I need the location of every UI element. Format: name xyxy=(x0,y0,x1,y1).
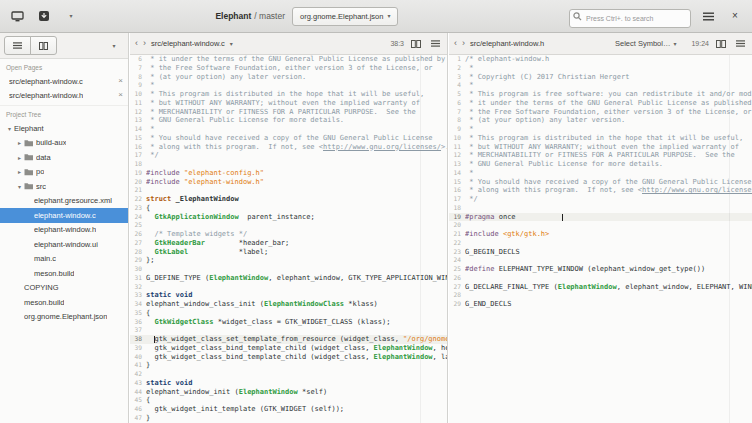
code-line[interactable]: 46 gtk_widget_init_template (GTK_WIDGET … xyxy=(130,405,447,414)
tree-item[interactable]: main.c xyxy=(0,252,128,267)
code-line[interactable]: 17 */ xyxy=(449,195,752,204)
code-line[interactable]: 20 xyxy=(449,221,752,230)
document-title[interactable]: src/elephant-window.h xyxy=(470,39,544,48)
code-line[interactable]: 13 * GNU General Public License for more… xyxy=(449,160,752,169)
code-line[interactable]: 26 xyxy=(449,274,752,283)
code-line[interactable]: 15 * You should have received a copy of … xyxy=(449,178,752,187)
code-line[interactable]: 10 * This program is distributed in the … xyxy=(130,90,447,99)
forward-icon[interactable]: › xyxy=(143,39,146,48)
caret-down-icon[interactable]: ▾ xyxy=(5,125,14,132)
code-line[interactable]: 15 * You should have received a copy of … xyxy=(130,134,447,143)
code-line[interactable]: 36 GtkWidgetClass *widget_class = GTK_WI… xyxy=(130,318,447,327)
code-line[interactable]: 29G_END_DECLS xyxy=(449,300,752,309)
code-line[interactable]: 23{ xyxy=(130,204,447,213)
code-line[interactable]: 12 * MERCHANTABILITY or FITNESS FOR A PA… xyxy=(449,151,752,160)
back-icon[interactable]: ‹ xyxy=(135,39,138,48)
code-line[interactable]: 40 gtk_widget_class_bind_template_child … xyxy=(130,353,447,362)
open-page-item[interactable]: src/elephant-window.c× xyxy=(0,74,128,88)
document-title[interactable]: src/elephant-window.c xyxy=(151,39,225,48)
code-line[interactable]: 34elephant_window_class_init (ElephantWi… xyxy=(130,300,447,309)
split-view-button[interactable] xyxy=(409,37,423,51)
code-line[interactable]: 19#pragma once xyxy=(449,213,752,222)
code-line[interactable]: 5 * This program is free software: you c… xyxy=(449,90,752,99)
code-line[interactable]: 41} xyxy=(130,361,447,370)
caret-right-icon[interactable]: ▸ xyxy=(15,139,24,146)
panel-layout-button[interactable] xyxy=(30,36,57,55)
code-line[interactable]: 47} xyxy=(130,414,447,423)
code-line[interactable]: 38 gtk_widget_class_set_template_from_re… xyxy=(130,335,447,344)
caret-down-icon[interactable]: ▾ xyxy=(15,183,24,190)
code-line[interactable]: 31G_DEFINE_TYPE (ElephantWindow, elephan… xyxy=(130,274,447,283)
code-line[interactable]: 23G_BEGIN_DECLS xyxy=(449,248,752,257)
code-line[interactable]: 30 xyxy=(130,265,447,274)
code-line[interactable]: 6 * it under the terms of the GNU Genera… xyxy=(130,55,447,64)
tree-item[interactable]: ▸build-aux xyxy=(0,136,128,151)
tree-item[interactable]: ▾src xyxy=(0,179,128,194)
code-line[interactable]: 28 xyxy=(449,291,752,300)
editor-menu-button[interactable] xyxy=(733,37,747,51)
code-line[interactable]: 2 * xyxy=(449,64,752,73)
code-line[interactable]: 18 xyxy=(130,160,447,169)
code-line[interactable]: 28 GtkLabel *label; xyxy=(130,248,447,257)
code-line[interactable]: 21#include <gtk/gtk.h> xyxy=(449,230,752,239)
code-line[interactable]: 44elephant_window_init (ElephantWindow *… xyxy=(130,388,447,397)
close-page-icon[interactable]: × xyxy=(118,77,123,85)
tree-item[interactable]: ▸data xyxy=(0,150,128,165)
code-line[interactable]: 25 xyxy=(130,221,447,230)
build-button[interactable] xyxy=(34,6,54,26)
code-line[interactable]: 11 * but WITHOUT ANY WARRANTY; without e… xyxy=(449,143,752,152)
close-page-icon[interactable]: × xyxy=(118,91,123,99)
code-line[interactable]: 18 xyxy=(449,204,752,213)
code-line[interactable]: 32 xyxy=(130,283,447,292)
code-line[interactable]: 35{ xyxy=(130,309,447,318)
tree-item[interactable]: org.gnome.Elephant.json xyxy=(0,310,128,325)
code-line[interactable]: 7 * the Free Software Foundation, either… xyxy=(130,64,447,73)
code-line[interactable]: 9 * xyxy=(130,81,447,90)
code-line[interactable]: 1/* elephant-window.h xyxy=(449,55,752,64)
code-line[interactable]: 10 * This program is distributed in the … xyxy=(449,134,752,143)
split-view-button[interactable] xyxy=(714,37,728,51)
pages-list-button[interactable] xyxy=(4,36,31,55)
code-line[interactable]: 7 * the Free Software Foundation, either… xyxy=(449,108,752,117)
open-page-item[interactable]: src/elephant-window.h× xyxy=(0,88,128,102)
code-line[interactable]: 13 * GNU General Public License for more… xyxy=(130,116,447,125)
code-line[interactable]: 33static void xyxy=(130,291,447,300)
tree-item[interactable]: elephant-window.c xyxy=(0,208,128,223)
code-line[interactable]: 9 * xyxy=(449,125,752,134)
perspective-switcher-button[interactable] xyxy=(7,6,27,26)
code-line[interactable]: 16 * along with this program. If not, se… xyxy=(449,186,752,195)
code-line[interactable]: 27 GtkHeaderBar *header_bar; xyxy=(130,239,447,248)
code-line[interactable]: 3 * Copyright (C) 2017 Christian Hergert xyxy=(449,73,752,82)
code-line[interactable]: 22struct _ElephantWindow xyxy=(130,195,447,204)
close-window-button[interactable]: × xyxy=(725,6,745,26)
code-line[interactable]: 12 * MERCHANTABILITY or FITNESS FOR A PA… xyxy=(130,108,447,117)
tree-item[interactable]: elephant-window.h xyxy=(0,223,128,238)
code-line[interactable]: 25#define ELEPHANT_TYPE_WINDOW (elephant… xyxy=(449,265,752,274)
code-line[interactable]: 19#include "elephant-config.h" xyxy=(130,169,447,178)
editor-menu-button[interactable] xyxy=(428,37,442,51)
code-line[interactable]: 14 * xyxy=(449,169,752,178)
code-line[interactable]: 45{ xyxy=(130,396,447,405)
code-line[interactable]: 42 xyxy=(130,370,447,379)
forward-icon[interactable]: › xyxy=(462,39,465,48)
code-line[interactable]: 14 * xyxy=(130,125,447,134)
device-selector-button[interactable]: ▾ xyxy=(61,6,81,26)
search-input[interactable] xyxy=(569,9,691,28)
menu-button[interactable] xyxy=(698,6,718,26)
tree-item[interactable]: elephant-window.ui xyxy=(0,237,128,252)
code-line[interactable]: 6 * it under the terms of the GNU Genera… xyxy=(449,99,752,108)
source-editor[interactable]: 1/* elephant-window.h2 *3 * Copyright (C… xyxy=(449,55,752,423)
code-line[interactable]: 22 xyxy=(449,239,752,248)
symbol-selector-button[interactable]: Select Symbol… ▾ xyxy=(615,39,676,48)
code-line[interactable]: 29}; xyxy=(130,256,447,265)
panel-menu-button[interactable]: ▾ xyxy=(104,36,124,56)
code-line[interactable]: 26 /* Template widgets */ xyxy=(130,230,447,239)
caret-right-icon[interactable]: ▸ xyxy=(15,168,24,175)
caret-right-icon[interactable]: ▸ xyxy=(15,154,24,161)
tree-item[interactable]: ▸po xyxy=(0,165,128,180)
tree-item[interactable]: meson.build xyxy=(0,266,128,281)
code-line[interactable]: 17 */ xyxy=(130,151,447,160)
tree-item[interactable]: ▾Elephant xyxy=(0,121,128,136)
tree-item[interactable]: elephant.gresource.xml xyxy=(0,194,128,209)
code-line[interactable]: 8 * (at your option) any later version. xyxy=(449,116,752,125)
